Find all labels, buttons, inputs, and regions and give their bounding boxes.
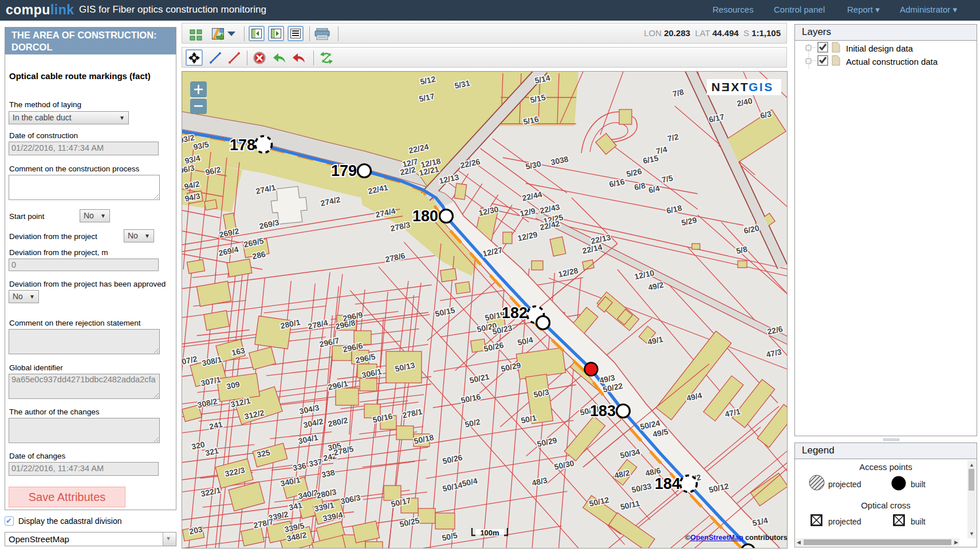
svg-text:180: 180	[412, 208, 438, 225]
svg-text:179: 179	[331, 162, 357, 179]
svg-text:178: 178	[230, 136, 255, 154]
svg-text:183: 183	[590, 402, 616, 420]
svg-text:GIS: GIS	[749, 80, 774, 93]
svg-text:182: 182	[502, 304, 528, 322]
svg-text:184: 184	[655, 475, 680, 492]
svg-text:NƎXT: NƎXT	[711, 80, 749, 93]
svg-text:100m: 100m	[480, 528, 499, 537]
svg-text:©OpenStreetMap contributors: ©OpenStreetMap contributors	[685, 534, 788, 542]
